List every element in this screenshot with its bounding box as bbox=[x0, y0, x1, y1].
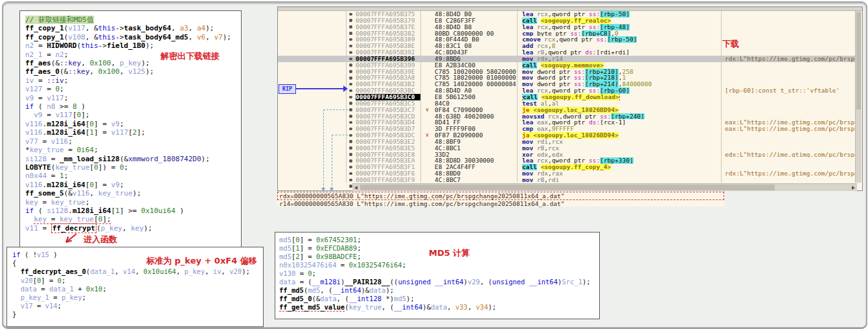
disasm-row[interactable]: 00007FFFA695B3C7∨0F84 C7090000je <sogoup… bbox=[278, 107, 857, 113]
instruction-address: 00007FFFA695B37E bbox=[356, 24, 420, 30]
breakpoint-dot[interactable] bbox=[349, 83, 352, 86]
disasm-row[interactable]: 00007FFFA695B3EA48:8D8D 30030000lea rcx,… bbox=[278, 157, 857, 164]
instruction-bytes: 48:83C1 08 bbox=[420, 43, 517, 49]
breakpoint-dot[interactable] bbox=[349, 121, 352, 124]
decompiler-pseudocode-top[interactable]: // 获取链接和MD5值ff_copy_1(v117, &this->task_… bbox=[19, 10, 242, 251]
disasm-row[interactable]: 00007FFFA695B39649:8BD6mov rdx,r14rdx:L"… bbox=[278, 56, 857, 62]
disasm-gutter bbox=[278, 164, 348, 170]
breakpoint-dot[interactable] bbox=[349, 70, 352, 73]
breakpoint-dot[interactable] bbox=[349, 89, 352, 93]
instruction-comment: eax:L"https://ime.gtimg.com/pc/brspgchan… bbox=[721, 126, 857, 132]
breakpoint-dot[interactable] bbox=[349, 32, 352, 35]
disasm-row[interactable]: 00007FFFA695B3E248:8BF9mov rdi,rcx bbox=[278, 139, 857, 145]
breakpoint-dot[interactable] bbox=[349, 140, 352, 143]
disasm-row[interactable]: 00007FFFA695B3BC48:8D4D A0lea rcx,qword … bbox=[278, 87, 857, 94]
breakpoint-dot[interactable] bbox=[349, 134, 352, 137]
disasm-row[interactable]: 00007FFFA695B3E54C:8BC1mov r8,rcx bbox=[278, 145, 857, 152]
disasm-row[interactable]: 00007FFFA695B39EC785 10020000 58020000mo… bbox=[278, 69, 857, 75]
register-info-panel[interactable]: rdx=000000000565A830 L"https://ime.gtimg… bbox=[277, 192, 724, 207]
breakpoint-dot[interactable] bbox=[349, 51, 352, 54]
instruction-comment bbox=[721, 113, 857, 120]
breakpoint-dot[interactable] bbox=[349, 185, 352, 188]
instruction-address: 00007FFFA695B3DC bbox=[356, 132, 420, 139]
instruction-address: 00007FFFA695B3D4 bbox=[356, 119, 420, 126]
code-line: ff_md5(md5, (__int64)&data); bbox=[279, 286, 597, 295]
disasm-row[interactable]: 00007FFFA695B379E8 C286F3FFcall <sogoupy… bbox=[278, 17, 857, 24]
breakpoint-dot[interactable] bbox=[349, 159, 352, 163]
instruction-text: lea rcx,qword ptr ss:[rbp-60] bbox=[517, 87, 721, 94]
breakpoint-dot[interactable] bbox=[349, 115, 352, 118]
disasm-row[interactable]: 00007FFFA695B3F1E8 2AC4F4FFcall <sogoupy… bbox=[278, 164, 857, 170]
breakpoint-dot[interactable] bbox=[349, 19, 352, 22]
code-line: key = key_true; bbox=[25, 198, 238, 207]
breakpoint-dot[interactable] bbox=[349, 146, 352, 150]
breakpoint-dot[interactable] bbox=[349, 153, 352, 156]
breakpoint-dot[interactable] bbox=[349, 172, 352, 176]
breakpoint-dot[interactable] bbox=[349, 63, 352, 67]
instruction-comment: [rbp-60]:const t_str::'vftable' bbox=[721, 87, 857, 94]
instruction-comment bbox=[721, 30, 857, 37]
disasm-row[interactable]: 00007FFFA695B3A8C785 18020000 01000000mo… bbox=[278, 74, 857, 81]
instruction-bytes: C785 18020000 01000000 bbox=[420, 74, 517, 81]
scroll-right-icon[interactable] bbox=[852, 186, 855, 190]
scroll-left-icon[interactable] bbox=[354, 186, 358, 190]
instruction-bytes: 48:8D4D B0 bbox=[420, 11, 517, 17]
disasm-row[interactable]: 00007FFFA695B3CD48:638D 40020000movsxd r… bbox=[278, 113, 857, 120]
code-line: // 获取链接和MD5值 bbox=[25, 16, 238, 24]
breakpoint-dot[interactable] bbox=[349, 76, 352, 80]
disasm-row[interactable]: 00007FFFA695B399E8 A2B34C00call <sogoupy… bbox=[278, 62, 857, 69]
disassembly-panel[interactable]: 00007FFFA695B37548:8D4D B0lea rcx,qword … bbox=[277, 6, 863, 191]
jump-taken-icon: ∨ bbox=[426, 132, 429, 139]
disasm-gutter bbox=[278, 126, 348, 132]
vertical-scrollbar-thumb[interactable] bbox=[856, 12, 861, 109]
disasm-gutter bbox=[278, 94, 348, 100]
column-separator bbox=[721, 11, 722, 183]
breakpoint-dot[interactable] bbox=[349, 45, 352, 48]
breakpoint-dot[interactable] bbox=[349, 38, 352, 41]
breakpoint-dot[interactable] bbox=[349, 102, 352, 105]
disasm-row[interactable]: 00007FFFA695B3D73D FFFF9F00cmp eax,9FFFF… bbox=[278, 126, 857, 132]
register-value-line: r14=000000000565A830 L"https://ime.gtimg… bbox=[277, 200, 724, 207]
instruction-text: add rcx,8 bbox=[517, 43, 721, 49]
breakpoint-dot[interactable] bbox=[349, 128, 352, 131]
instruction-comment bbox=[721, 69, 857, 75]
disasm-row[interactable]: 00007FFFA695B3C584C0test al,al bbox=[278, 100, 857, 107]
jump-line bbox=[323, 109, 348, 110]
instruction-comment bbox=[721, 11, 857, 17]
disasm-row[interactable]: 00007FFFA695B37548:8D4D B0lea rcx,qword … bbox=[278, 11, 857, 17]
instruction-text: lea r8,qword ptr ds:[rdi+rdi] bbox=[517, 49, 721, 56]
disasm-row[interactable]: 00007FFFA695B37E48:8D4D B8lea rcx,qword … bbox=[278, 24, 857, 30]
disasm-row[interactable]: 00007FFFA695B38280BD C8000000 00cmp byte… bbox=[278, 30, 857, 37]
disasm-row[interactable]: 00007FFFA695B38948:0F444D B0cmove rcx,qw… bbox=[278, 36, 857, 43]
rip-arrowhead-icon bbox=[343, 85, 348, 92]
instruction-bytes: 48:8D4D B8 bbox=[420, 24, 517, 30]
breakpoint-dot[interactable] bbox=[349, 25, 352, 28]
breakpoint-dot[interactable] bbox=[349, 108, 352, 111]
code-line: v127 = 0; bbox=[25, 85, 238, 93]
horizontal-scrollbar[interactable] bbox=[352, 183, 857, 191]
breakpoint-dot[interactable] bbox=[349, 13, 352, 16]
code-line: ff_aes_0(&::key, 0x100, v125); bbox=[25, 67, 238, 76]
code-line: v77 = v116; bbox=[25, 137, 238, 146]
breakpoint-dot[interactable] bbox=[349, 58, 352, 61]
disasm-row[interactable]: 00007FFFA695B3DC∨0F87 B2090000ja <sogoup… bbox=[278, 132, 857, 139]
disasm-row[interactable]: 00007FFFA695B3E833D2xor edx,edxedx:L"htt… bbox=[278, 152, 857, 158]
disasm-row[interactable]: 00007FFFA695B3B2C785 14020000 00000084mo… bbox=[278, 81, 857, 87]
breakpoint-dot[interactable] bbox=[349, 166, 352, 169]
disasm-row[interactable]: 00007FFFA695B38E48:83C1 08add rcx,8 bbox=[278, 43, 857, 49]
breakpoint-dot[interactable] bbox=[349, 96, 352, 99]
code-line: v9 = v117; bbox=[25, 94, 238, 102]
horizontal-scrollbar-thumb[interactable] bbox=[360, 185, 775, 190]
disasm-row[interactable]: 00007FFFA695B3C0E8 5B612500call <sogoupy… bbox=[278, 94, 857, 100]
disasm-row[interactable]: 00007FFFA695B3924C:8D043Flea r8,qword pt… bbox=[278, 49, 857, 56]
instruction-address: 00007FFFA695B38E bbox=[356, 43, 420, 49]
breakpoint-dot[interactable] bbox=[349, 179, 352, 182]
instruction-address: 00007FFFA695B3A8 bbox=[356, 74, 420, 81]
vertical-scrollbar[interactable] bbox=[855, 11, 862, 183]
instruction-comment bbox=[721, 164, 857, 170]
decompiler-pseudocode-md5[interactable]: md5[0] = 0x67452301;md5[1] = 0xEFCDAB89;… bbox=[275, 232, 600, 319]
disasm-row[interactable]: 00007FFFA695B3D48D41 FFlea eax,qword ptr… bbox=[278, 119, 857, 126]
disasm-row[interactable]: 00007FFFA695B3F94C:8BC7mov r8,rdi bbox=[278, 177, 857, 183]
instruction-comment bbox=[721, 145, 857, 152]
disasm-row[interactable]: 00007FFFA695B3F648:8BD0mov rdx,raxrdx:L"… bbox=[278, 170, 857, 177]
